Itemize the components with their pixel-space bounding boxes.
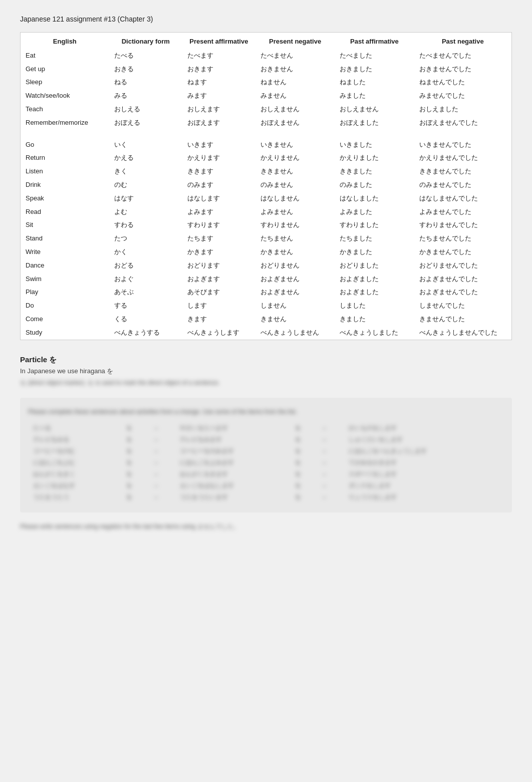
table-cell: すわりました [335, 218, 414, 232]
table-cell: おきません [255, 63, 335, 76]
table-cell: たべませんでした [414, 49, 512, 63]
table-cell: Play [21, 286, 109, 299]
table-cell: たべません [255, 49, 335, 63]
table-cell: くる [109, 313, 182, 326]
table-cell: Teach [21, 103, 109, 116]
header-english: English [21, 33, 109, 49]
gap-cell [21, 130, 109, 138]
blurred-table-cell: おんがくをきます [176, 469, 290, 479]
table-cell: Study [21, 326, 109, 340]
table-cell: いきます [182, 138, 255, 152]
table-cell: かえりました [335, 151, 414, 165]
particle-description: In Japanese we use hiragana を [20, 367, 512, 376]
gap-cell [335, 130, 414, 138]
table-cell: たつ [109, 232, 182, 245]
header-presneg: Present negative [255, 33, 335, 49]
blurred-table-cell: コーヒーをのむ [29, 446, 121, 456]
blurred-table-cell: うたをうたう [29, 492, 121, 502]
table-cell: よむ [109, 205, 182, 219]
blurred-table-cell: えいごをはなします [176, 480, 290, 491]
table-cell: たちませんでした [414, 232, 512, 245]
table-cell: おしえました [414, 103, 512, 116]
header-pastneg: Past negative [414, 33, 512, 49]
blurred-table-cell: しゅくだいをします [345, 434, 503, 445]
table-cell: すわりませんでした [414, 218, 512, 232]
table-cell: おぼえませんでした [414, 116, 512, 130]
table-cell: かえる [109, 151, 182, 165]
table-cell: ねる [109, 76, 182, 89]
blurred-table-cell: やさいをたべます [176, 423, 290, 433]
table-cell: Return [21, 151, 109, 165]
table-cell: およぎませんでした [414, 286, 512, 299]
exercise-table: たべるを→やさいをたべますを←かいものをしますテレビをみるを→テレビをみますを←… [28, 422, 504, 503]
table-cell: おどる [109, 259, 182, 273]
table-cell: かえります [182, 151, 255, 165]
blurred-table-cell: を [122, 434, 148, 445]
exercise-description: Please complete these sentences about ac… [28, 407, 504, 417]
table-cell: かえりませんでした [414, 151, 512, 165]
table-cell: およぎませんでした [414, 273, 512, 286]
table-cell: いきません [255, 138, 335, 152]
table-cell: Dance [21, 259, 109, 273]
table-cell: おきる [109, 63, 182, 76]
blurred-table-cell: を [291, 492, 317, 502]
table-cell: おぼえました [335, 116, 414, 130]
table-cell: ききません [255, 165, 335, 178]
table-cell: およぎません [255, 273, 335, 286]
table-cell: およぎました [335, 273, 414, 286]
table-cell: きません [255, 313, 335, 326]
blurred-table-cell: おんがくをきく [29, 469, 121, 479]
table-cell: しませんでした [414, 299, 512, 313]
table-cell: いきました [335, 138, 414, 152]
table-cell: あそぶ [109, 286, 182, 299]
table-cell: のみません [255, 178, 335, 192]
table-cell: みます [182, 89, 255, 103]
particle-title: Particle を [20, 355, 512, 365]
table-cell: たちます [182, 232, 255, 245]
table-cell: およぐ [109, 273, 182, 286]
blurred-table-cell: を [291, 469, 317, 479]
table-cell: ねました [335, 76, 414, 89]
table-cell: べんきょうしません [255, 326, 335, 340]
table-cell: Sleep [21, 76, 109, 89]
blurred-table-cell: ← [318, 423, 343, 433]
blurred-table-cell: にほんごをよむ [29, 457, 121, 468]
table-cell: みました [335, 89, 414, 103]
table-cell: のむ [109, 178, 182, 192]
table-cell: のみませんでした [414, 178, 512, 192]
table-cell: たちました [335, 232, 414, 245]
table-cell: みません [255, 89, 335, 103]
table-cell: おしえる [109, 103, 182, 116]
table-cell: のみます [182, 178, 255, 192]
blurred-table-cell: ← [318, 469, 343, 479]
blurred-table-cell: → [149, 492, 174, 502]
table-cell: ききます [182, 165, 255, 178]
blurred-table-cell: にほんごをべんきょうします [345, 446, 503, 456]
table-cell: いく [109, 138, 182, 152]
table-cell: きました [335, 313, 414, 326]
table-cell: ききました [335, 165, 414, 178]
blurred-table-cell: を [291, 434, 317, 445]
blurred-table-cell: → [149, 469, 174, 479]
table-cell: よみました [335, 205, 414, 219]
table-cell: ききませんでした [414, 165, 512, 178]
table-cell: いきませんでした [414, 138, 512, 152]
table-cell: すわりません [255, 218, 335, 232]
table-cell: おきませんでした [414, 63, 512, 76]
table-cell: すわります [182, 218, 255, 232]
table-cell: しました [335, 299, 414, 313]
table-cell: Read [21, 205, 109, 219]
blurred-table-cell: えいごをはなす [29, 480, 121, 491]
blurred-table-cell: テレビをみる [29, 434, 121, 445]
table-cell: おどります [182, 259, 255, 273]
table-cell: します [182, 299, 255, 313]
blurred-table-cell: を [122, 492, 148, 502]
blurred-table-cell: を [122, 446, 148, 456]
table-cell: べんきょうする [109, 326, 182, 340]
table-cell: およぎません [255, 286, 335, 299]
table-cell: よみます [182, 205, 255, 219]
blurred-table-cell: うたをうたいます [176, 492, 290, 502]
table-cell: はなしません [255, 192, 335, 205]
table-cell: かきませんでした [414, 245, 512, 259]
verb-table: English Dictionary form Present affirmat… [20, 32, 512, 340]
